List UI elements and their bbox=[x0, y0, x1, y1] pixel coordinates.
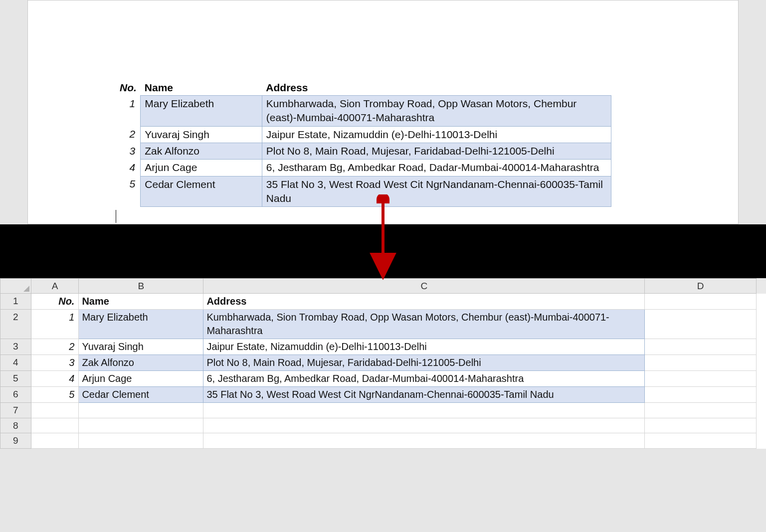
cell-C[interactable]: 35 Flat No 3, West Road West Cit NgrNand… bbox=[203, 387, 645, 403]
arrow-down-icon bbox=[363, 194, 403, 282]
col-header-name: Name bbox=[141, 80, 262, 96]
cell-name[interactable]: Arjun Cage bbox=[141, 160, 262, 176]
cell-D[interactable] bbox=[645, 433, 756, 449]
cell-C1[interactable]: Address bbox=[203, 294, 645, 310]
cell-name[interactable]: Zak Alfonzo bbox=[141, 143, 262, 160]
table-header-row: No. Name Address bbox=[113, 80, 611, 96]
cell-C[interactable] bbox=[203, 418, 645, 433]
table-row: 5 Cedar Clement 35 Flat No 3, West Road … bbox=[113, 176, 611, 207]
cell-no: 1 bbox=[113, 96, 141, 127]
cell-C[interactable]: 6, Jestharam Bg, Ambedkar Road, Dadar-Mu… bbox=[203, 371, 645, 387]
cell-no: 5 bbox=[113, 176, 141, 207]
svg-marker-1 bbox=[372, 254, 394, 277]
cell-A[interactable] bbox=[31, 418, 79, 433]
cell-D[interactable] bbox=[645, 418, 756, 433]
table-row: 1 Mary Elizabeth Kumbharwada, Sion Tromb… bbox=[113, 96, 611, 127]
cell-name[interactable]: Cedar Clement bbox=[141, 176, 262, 207]
cell-A1[interactable]: No. bbox=[31, 294, 79, 310]
cell-no: 2 bbox=[113, 126, 141, 143]
cell-B[interactable]: Arjun Cage bbox=[79, 371, 203, 387]
cell-name[interactable]: Yuvaraj Singh bbox=[141, 126, 262, 143]
pad bbox=[756, 387, 766, 403]
cell-D[interactable] bbox=[645, 310, 756, 339]
row-header[interactable]: 9 bbox=[0, 433, 31, 449]
cell-address[interactable]: 35 Flat No 3, West Road West Cit NgrNand… bbox=[262, 176, 611, 207]
sheet-row: 5 4 Arjun Cage 6, Jestharam Bg, Ambedkar… bbox=[0, 371, 766, 387]
cell-A[interactable] bbox=[31, 403, 79, 418]
row-header[interactable]: 1 bbox=[0, 294, 31, 310]
col-header-address: Address bbox=[262, 80, 611, 96]
cell-A[interactable] bbox=[31, 433, 79, 449]
sheet-row: 4 3 Zak Alfonzo Plot No 8, Main Road, Mu… bbox=[0, 355, 766, 371]
pad bbox=[756, 294, 766, 310]
cell-name[interactable]: Mary Elizabeth bbox=[141, 96, 262, 127]
cell-B[interactable]: Cedar Clement bbox=[79, 387, 203, 403]
cell-D[interactable] bbox=[645, 355, 756, 371]
row-header[interactable]: 2 bbox=[0, 310, 31, 339]
cell-C[interactable] bbox=[203, 403, 645, 418]
cell-C[interactable] bbox=[203, 433, 645, 449]
cell-D[interactable] bbox=[645, 371, 756, 387]
pad bbox=[756, 433, 766, 449]
sheet-row: 9 bbox=[0, 433, 766, 449]
col-header-D[interactable]: D bbox=[645, 279, 756, 294]
row-header[interactable]: 7 bbox=[0, 403, 31, 418]
sheet-row: 2 1 Mary Elizabeth Kumbharwada, Sion Tro… bbox=[0, 310, 766, 339]
cell-no: 3 bbox=[113, 143, 141, 160]
row-header[interactable]: 5 bbox=[0, 371, 31, 387]
row-header[interactable]: 3 bbox=[0, 339, 31, 355]
cell-A[interactable]: 5 bbox=[31, 387, 79, 403]
cell-B[interactable] bbox=[79, 403, 203, 418]
pad bbox=[756, 418, 766, 433]
text-cursor bbox=[116, 210, 116, 223]
col-header-no: No. bbox=[113, 80, 141, 96]
col-header-A[interactable]: A bbox=[31, 279, 79, 294]
col-header-pad bbox=[756, 279, 766, 294]
cell-B1[interactable]: Name bbox=[79, 294, 203, 310]
sheet-row: 8 bbox=[0, 418, 766, 433]
pad bbox=[756, 403, 766, 418]
pad bbox=[756, 339, 766, 355]
cell-C[interactable]: Kumbharwada, Sion Trombay Road, Opp Wasa… bbox=[203, 310, 645, 339]
table-row: 4 Arjun Cage 6, Jestharam Bg, Ambedkar R… bbox=[113, 160, 611, 176]
sheet-row: 1 No. Name Address bbox=[0, 294, 766, 310]
separator-strip bbox=[0, 224, 766, 278]
cell-address[interactable]: Kumbharwada, Sion Trombay Road, Opp Wasa… bbox=[262, 96, 611, 127]
cell-no: 4 bbox=[113, 160, 141, 176]
table-row: 2 Yuvaraj Singh Jaipur Estate, Nizamuddi… bbox=[113, 126, 611, 143]
pad bbox=[756, 371, 766, 387]
excel-sheet: A B C D 1 No. Name Address 2 1 Mary Eliz… bbox=[0, 278, 766, 449]
col-header-B[interactable]: B bbox=[79, 279, 203, 294]
row-header[interactable]: 6 bbox=[0, 387, 31, 403]
word-table: No. Name Address 1 Mary Elizabeth Kumbha… bbox=[113, 80, 611, 207]
cell-B[interactable] bbox=[79, 418, 203, 433]
word-document-page: No. Name Address 1 Mary Elizabeth Kumbha… bbox=[27, 0, 739, 224]
cell-B[interactable]: Zak Alfonzo bbox=[79, 355, 203, 371]
cell-B[interactable]: Mary Elizabeth bbox=[79, 310, 203, 339]
cell-address[interactable]: 6, Jestharam Bg, Ambedkar Road, Dadar-Mu… bbox=[262, 160, 611, 176]
cell-address[interactable]: Plot No 8, Main Road, Mujesar, Faridabad… bbox=[262, 143, 611, 160]
cell-A[interactable]: 1 bbox=[31, 310, 79, 339]
cell-A[interactable]: 2 bbox=[31, 339, 79, 355]
cell-A[interactable]: 3 bbox=[31, 355, 79, 371]
col-header-C[interactable]: C bbox=[203, 279, 645, 294]
cell-C[interactable]: Plot No 8, Main Road, Mujesar, Faridabad… bbox=[203, 355, 645, 371]
table-row: 3 Zak Alfonzo Plot No 8, Main Road, Muje… bbox=[113, 143, 611, 160]
sheet-row: 6 5 Cedar Clement 35 Flat No 3, West Roa… bbox=[0, 387, 766, 403]
cell-B[interactable] bbox=[79, 433, 203, 449]
cell-D1[interactable] bbox=[645, 294, 756, 310]
cell-C[interactable]: Jaipur Estate, Nizamuddin (e)-Delhi-1100… bbox=[203, 339, 645, 355]
row-header[interactable]: 8 bbox=[0, 418, 31, 433]
cell-B[interactable]: Yuvaraj Singh bbox=[79, 339, 203, 355]
cell-A[interactable]: 4 bbox=[31, 371, 79, 387]
pad bbox=[756, 355, 766, 371]
select-all-corner[interactable] bbox=[0, 279, 31, 294]
pad bbox=[756, 310, 766, 339]
cell-address[interactable]: Jaipur Estate, Nizamuddin (e)-Delhi-1100… bbox=[262, 126, 611, 143]
cell-D[interactable] bbox=[645, 339, 756, 355]
sheet-row: 3 2 Yuvaraj Singh Jaipur Estate, Nizamud… bbox=[0, 339, 766, 355]
cell-D[interactable] bbox=[645, 387, 756, 403]
row-header[interactable]: 4 bbox=[0, 355, 31, 371]
sheet-row: 7 bbox=[0, 403, 766, 418]
cell-D[interactable] bbox=[645, 403, 756, 418]
